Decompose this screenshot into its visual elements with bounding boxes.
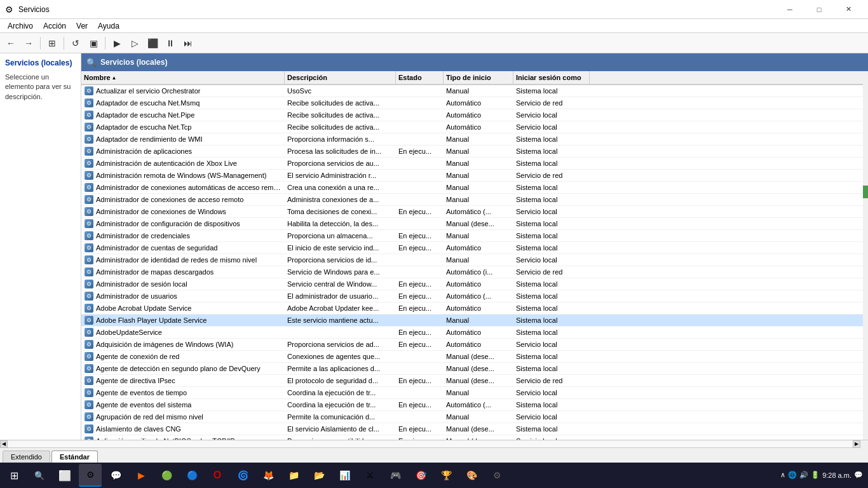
taskbar-app-trophy[interactable]: 🏆 — [435, 464, 458, 487]
table-row[interactable]: Administrador de mapas descargados Servi… — [81, 266, 863, 278]
service-icon — [84, 400, 94, 410]
menu-ayuda[interactable]: Ayuda — [93, 20, 125, 32]
col-tipo-header[interactable]: Tipo de inicio — [444, 71, 513, 84]
col-sesion-header[interactable]: Iniciar sesión como — [513, 71, 590, 84]
taskbar-app-services[interactable]: ⚙ — [79, 464, 102, 487]
table-row[interactable]: Actualizar el servicio Orchestrator UsoS… — [81, 85, 863, 97]
taskbar-app-excel[interactable]: 📊 — [333, 464, 356, 487]
table-row[interactable]: Agente de eventos de tiempo Coordina la … — [81, 387, 863, 399]
taskbar-app-files[interactable]: 📂 — [308, 464, 330, 487]
service-desc-cell: El servicio Administración r... — [285, 170, 396, 181]
table-row[interactable]: Administración de aplicaciones Procesa l… — [81, 146, 863, 158]
toolbar-restart[interactable]: ⏭ — [180, 35, 196, 51]
taskbar-app-skype[interactable]: 💬 — [104, 464, 127, 487]
table-row[interactable]: Administrador de conexiones de acceso re… — [81, 194, 863, 206]
table-row[interactable]: Agente de directiva IPsec El protocolo d… — [81, 375, 863, 387]
left-panel-title[interactable]: Servicios (locales) — [5, 58, 76, 67]
col-nombre-header[interactable]: Nombre ▲ — [81, 71, 285, 84]
taskbar-app-opera[interactable]: O — [206, 464, 229, 487]
service-name-cell: Agente de conexión de red — [81, 351, 285, 362]
col-desc-header[interactable]: Descripción — [285, 71, 396, 84]
scroll-right-arrow[interactable]: ▶ — [853, 440, 860, 448]
taskbar-app-settings[interactable]: ⚙ — [485, 464, 508, 487]
tab-standard[interactable]: Estándar — [51, 451, 98, 463]
table-body: Actualizar el servicio Orchestrator UsoS… — [81, 85, 863, 440]
menu-archivo[interactable]: Archivo — [3, 20, 38, 32]
table-row[interactable]: Adquisición de imágenes de Windows (WIA)… — [81, 339, 863, 351]
service-name-cell: Agente de eventos del sistema — [81, 399, 285, 410]
toolbar-up[interactable]: ⊞ — [44, 35, 60, 51]
service-tipo-cell: Manual — [444, 85, 513, 97]
toolbar-export[interactable]: ▣ — [85, 35, 102, 51]
toolbar-stop[interactable]: ⬛ — [144, 35, 161, 51]
table-row[interactable]: Adaptador de escucha Net.Tcp Recibe soli… — [81, 121, 863, 133]
table-row[interactable]: Adobe Flash Player Update Service Este s… — [81, 315, 863, 327]
table-row[interactable]: Adaptador de rendimiento de WMI Proporci… — [81, 133, 863, 146]
services-table[interactable]: Nombre ▲ Descripción Estado Tipo de inic… — [81, 71, 863, 440]
service-name-cell: Agente de eventos de tiempo — [81, 387, 285, 398]
taskbar-notification[interactable]: 💬 — [854, 471, 863, 479]
search-button[interactable]: 🔍 — [28, 464, 51, 487]
table-row[interactable]: AdobeUpdateService En ejecu... Automátic… — [81, 327, 863, 339]
table-row[interactable]: Agente de detección en segundo plano de … — [81, 363, 863, 375]
col-estado-header[interactable]: Estado — [396, 71, 444, 84]
table-row[interactable]: Administrador de conexiones automáticas … — [81, 182, 863, 194]
table-row[interactable]: Administrador de credenciales Proporcion… — [81, 230, 863, 242]
table-row[interactable]: Agrupación de red del mismo nivel Permit… — [81, 411, 863, 423]
minimize-button[interactable]: ─ — [775, 0, 804, 19]
taskbar-clock[interactable]: 9:28 a.m. — [822, 471, 851, 480]
toolbar-refresh[interactable]: ↺ — [67, 35, 84, 51]
taskbar-chevron[interactable]: ∧ — [780, 471, 785, 479]
taskbar-app-edge[interactable]: 🌀 — [231, 464, 254, 487]
table-row[interactable]: Aplicación auxiliar de NetBIOS sobre TCP… — [81, 435, 863, 440]
table-row[interactable]: Adaptador de escucha Net.Msmq Recibe sol… — [81, 97, 863, 109]
taskbar-app-media[interactable]: ▶ — [130, 464, 153, 487]
task-view-button[interactable]: ⬜ — [53, 464, 76, 487]
tab-extended[interactable]: Extendido — [3, 451, 50, 463]
start-button[interactable]: ⊞ — [3, 464, 25, 487]
table-row[interactable]: Adobe Acrobat Update Service Adobe Acrob… — [81, 302, 863, 315]
taskbar-app-game1[interactable]: ⚔ — [358, 464, 381, 487]
service-desc-cell: Proporciona compatibilida... — [285, 435, 396, 440]
table-row[interactable]: Adaptador de escucha Net.Pipe Recibe sol… — [81, 109, 863, 121]
table-row[interactable]: Administrador de configuración de dispos… — [81, 218, 863, 230]
maximize-button[interactable]: □ — [804, 0, 834, 19]
toolbar-forward[interactable]: → — [20, 35, 37, 51]
taskbar-app-vsco[interactable]: 🎨 — [460, 464, 483, 487]
taskbar-app-store[interactable]: 🟢 — [155, 464, 178, 487]
toolbar-next[interactable]: ▷ — [126, 35, 143, 51]
app-icon: ⚙ — [5, 4, 13, 15]
toolbar-play[interactable]: ▶ — [109, 35, 125, 51]
taskbar-app-firefox[interactable]: 🦊 — [257, 464, 280, 487]
table-row[interactable]: Administrador de usuarios El administrad… — [81, 290, 863, 302]
service-icon — [84, 243, 94, 253]
table-row[interactable]: Administración de autenticación de Xbox … — [81, 158, 863, 170]
service-estado-cell: En ejecu... — [396, 242, 444, 254]
taskbar-app-folder[interactable]: 📁 — [282, 464, 305, 487]
toolbar-pause[interactable]: ⏸ — [162, 35, 179, 51]
service-tipo-cell: Manual — [444, 170, 513, 181]
taskbar-app-game3[interactable]: 🎯 — [409, 464, 432, 487]
taskbar-app-game2[interactable]: 🎮 — [384, 464, 407, 487]
menu-ver[interactable]: Ver — [71, 20, 93, 32]
table-row[interactable]: Agente de conexión de red Conexiones de … — [81, 351, 863, 363]
table-row[interactable]: Administración remota de Windows (WS-Man… — [81, 170, 863, 182]
table-row[interactable]: Aislamiento de claves CNG El servicio Ai… — [81, 423, 863, 435]
table-row[interactable]: Administrador de cuentas de seguridad El… — [81, 242, 863, 254]
scroll-left-arrow[interactable]: ◀ — [0, 440, 8, 448]
taskbar-app-blue[interactable]: 🔵 — [180, 464, 203, 487]
close-button[interactable]: ✕ — [834, 0, 863, 19]
table-row[interactable]: Administrador de sesión local Servicio c… — [81, 278, 863, 290]
menu-accion[interactable]: Acción — [38, 20, 71, 32]
scroll-track-h[interactable] — [8, 441, 853, 447]
service-icon — [84, 134, 94, 144]
table-row[interactable]: Administrador de conexiones de Windows T… — [81, 206, 863, 218]
table-row[interactable]: Agente de eventos del sistema Coordina l… — [81, 399, 863, 411]
toolbar-back[interactable]: ← — [3, 35, 19, 51]
service-sesion-cell: Sistema local — [513, 278, 590, 290]
service-icon — [84, 339, 94, 349]
toolbar-sep-3 — [105, 37, 105, 50]
service-tipo-cell: Automático — [444, 121, 513, 133]
table-row[interactable]: Administrador de identidad de redes de m… — [81, 254, 863, 266]
service-sesion-cell: Servicio local — [513, 411, 590, 423]
